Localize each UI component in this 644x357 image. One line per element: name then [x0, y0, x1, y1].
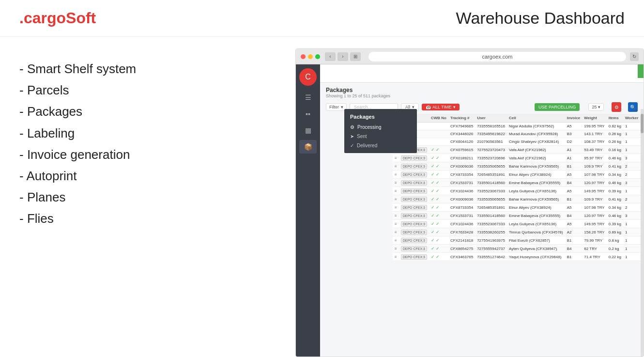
row-depo: DEPO CFEX:3	[399, 195, 429, 203]
scrollbar-thumb[interactable]	[641, 114, 644, 133]
filter-select[interactable]: Filter ▾	[326, 103, 347, 111]
row-menu-icon[interactable]: ≡	[393, 203, 399, 212]
sidebar-packages-icon[interactable]: 📦	[299, 140, 317, 154]
grid-button[interactable]: ⊞	[350, 52, 361, 61]
table-row[interactable]: ≡ DEPO CFEX:3 ✓ ✓ CFX3463765 73355512746…	[393, 253, 644, 261]
row-invoice: 62 TRY	[582, 245, 606, 253]
row-invoice: 107.98 TRY	[582, 203, 606, 212]
row-menu-icon[interactable]: ≡	[393, 187, 399, 195]
row-menu-icon[interactable]: ≡	[393, 245, 399, 253]
dot-red[interactable]	[301, 54, 306, 59]
row-check	[429, 130, 448, 138]
dot-yellow[interactable]	[308, 54, 313, 59]
use-parcelling-button[interactable]: USE PARCELLING	[535, 103, 580, 111]
col-tracking: Tracking #	[448, 114, 475, 123]
col-weight: Weight	[582, 114, 606, 123]
row-cell: B4	[565, 245, 583, 253]
row-items: 1	[623, 220, 640, 228]
refresh-button[interactable]: ↻	[630, 52, 639, 61]
row-menu-icon[interactable]: ≡	[393, 212, 399, 220]
feature-item-8: - Flies	[19, 208, 223, 229]
row-tracking: 7335535065655	[475, 195, 507, 203]
table-row[interactable]: ≡ DEPO CFEX:3 ✓ ✓ CFX8654275 72755559427…	[393, 245, 644, 253]
filter-icon-button[interactable]: ⚙	[612, 102, 621, 112]
row-items: 1	[623, 187, 640, 195]
row-depo: DEPO CFEX:3	[399, 212, 429, 220]
packages-table-wrapper: CWB No Tracking # User Cell Invoice Weig…	[393, 114, 644, 261]
table-row[interactable]: ≡ DEPO CFEX:3 ✓ ✓ CFX0759615 72755237204…	[393, 146, 644, 154]
forward-button[interactable]: ›	[337, 52, 348, 61]
row-menu-icon[interactable]: ≡	[393, 162, 399, 171]
row-check: ✓ ✓	[429, 154, 448, 162]
table-row[interactable]: ≡ DEPO CFEX:3 ✓ ✓ CFX0009036 73355350656…	[393, 162, 644, 171]
row-tracking: 7335523067333	[475, 187, 507, 195]
table-row[interactable]: ≡ DEPO CFEX:3 ✓ ✓ CFX8733354 72654853518…	[393, 203, 644, 212]
row-menu-icon[interactable]: ≡	[393, 195, 399, 203]
table-row[interactable]: ≡ DEPO CFEX:3 ✓ ✓ CFX8733354 72654853518…	[393, 171, 644, 179]
table-row[interactable]: ≡ DEPO CFEX:3 ✓ ✓ CFX1533731 73355014185…	[393, 179, 644, 187]
row-tracking: 7265485351891	[475, 203, 507, 212]
row-cwb: CFX3463765	[448, 253, 475, 261]
row-menu-icon[interactable]: ≡	[393, 179, 399, 187]
row-check: ✓ ✓	[429, 187, 448, 195]
right-scrollbar[interactable]	[641, 109, 644, 357]
col-cell: Cell	[507, 114, 565, 123]
sidebar-icon-1[interactable]: ▪▪	[299, 107, 317, 121]
row-items: 1	[623, 146, 640, 154]
table-row[interactable]: ≡ DEPO CFEX:3 ✓ ✓ CFX1024436 73355230673…	[393, 220, 644, 228]
packages-table: CWB No Tracking # User Cell Invoice Weig…	[393, 114, 644, 261]
row-depo: DEPO CFEX:3	[399, 245, 429, 253]
row-menu-icon[interactable]: ≡	[393, 154, 399, 162]
browser-dots	[301, 54, 320, 59]
count-select[interactable]: 25 ▾	[588, 103, 604, 111]
time-button[interactable]: 📅 ALL TIME ▾	[422, 104, 460, 110]
row-menu-icon[interactable]: ≡	[393, 253, 399, 261]
row-menu-icon[interactable]: ≡	[393, 220, 399, 228]
table-row[interactable]: ≡ CFX3446020 7335495619622 Murad Axundov…	[393, 130, 644, 138]
address-bar[interactable]: cargoex.com	[368, 52, 626, 62]
table-row[interactable]: ≡ DEPO CFEX:3 ✓ ✓ CFX0189211 73355237206…	[393, 154, 644, 162]
row-weight: 0.39 kg	[607, 220, 623, 228]
chevron-down-icon-4: ▾	[598, 105, 600, 109]
row-user: Leyla Guliyeva (CFX65136)	[507, 187, 565, 195]
row-menu-icon[interactable]: ≡	[393, 228, 399, 236]
dropdown-item-processing[interactable]: ⚙ Processing	[344, 123, 417, 132]
row-menu-icon[interactable]: ≡	[393, 171, 399, 179]
feature-item-2: - Parcels	[19, 79, 223, 101]
row-items: 1	[623, 123, 640, 130]
processing-icon: ⚙	[350, 124, 354, 130]
table-row[interactable]: ≡ CFX6044120 210790563561 Cingiz Shabiye…	[393, 138, 644, 146]
row-items: 1	[623, 228, 640, 236]
row-weight: 0.22 kg	[607, 253, 623, 261]
row-user: Nigar Abdulla (CFX97562)	[507, 123, 565, 130]
search-icon-button[interactable]: 🔍	[628, 102, 638, 112]
table-row[interactable]: ≡ DEPO CFEX:3 ✓ ✓ CFX7633428 73355382602…	[393, 228, 644, 236]
table-row[interactable]: ≡ DEPO CFEX:3 ✓ ✓ CFX2141818 72755419639…	[393, 236, 644, 245]
table-row[interactable]: ≡ DEPO CFEX:3 ✓ ✓ CFX1533731 73355014185…	[393, 212, 644, 220]
row-depo: DEPO CFEX:3	[399, 171, 429, 179]
row-cell: D2	[565, 138, 583, 146]
row-depo: DEPO CFEX:3	[399, 154, 429, 162]
row-depo: DEPO CFEX:3	[399, 179, 429, 187]
table-row[interactable]: ≡ CFX7949665 7335558165516 Nigar Abdulla…	[393, 123, 644, 130]
row-weight: 0.16 kg	[607, 146, 623, 154]
row-check	[429, 138, 448, 146]
sidebar-logo-button[interactable]: C	[299, 68, 317, 86]
table-row[interactable]: ≡ DEPO CFEX:3 ✓ ✓ CFX1024436 73355230673…	[393, 187, 644, 195]
row-items: 3	[623, 179, 640, 187]
sidebar-menu-icon[interactable]: ☰	[299, 91, 317, 104]
row-user: Ayten Quliyeva (CFX38947)	[507, 245, 565, 253]
sidebar-icon-2[interactable]: ▦	[299, 124, 317, 137]
feature-item-5: - Invoice generation	[19, 144, 223, 165]
sidebar: C ☰ ▪▪ ▦ 📦	[296, 64, 320, 357]
row-tracking: 7335501418560	[475, 179, 507, 187]
row-items: 2	[623, 195, 640, 203]
dropdown-item-delivered[interactable]: ✓ Delivered	[344, 141, 417, 150]
row-menu-icon[interactable]: ≡	[393, 236, 399, 245]
table-row[interactable]: ≡ DEPO CFEX:3 ✓ ✓ CFX0009036 73355350656…	[393, 195, 644, 203]
back-button[interactable]: ‹	[325, 52, 336, 61]
row-cell: A1	[565, 154, 583, 162]
dot-green[interactable]	[315, 54, 320, 59]
dropdown-item-sent[interactable]: ➤ Sent	[344, 132, 417, 141]
row-depo: DEPO CFEX:3	[399, 236, 429, 245]
